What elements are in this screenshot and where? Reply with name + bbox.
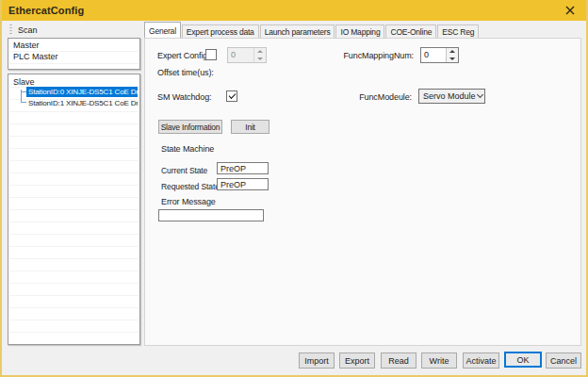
requested-state-field[interactable]: PreOP	[217, 178, 269, 190]
activate-button[interactable]: Activate	[463, 352, 499, 369]
expert-config-checkbox[interactable]	[205, 49, 217, 60]
ok-button[interactable]: OK	[504, 352, 542, 368]
slave-tree-header: Slave	[8, 74, 139, 87]
spinner-up-icon[interactable]	[447, 48, 458, 56]
sm-watchdog-checkbox[interactable]	[226, 90, 237, 102]
tab-launch-parameters[interactable]: Launch parameters	[260, 25, 335, 38]
func-mapping-num-label: FuncMappingNum:	[343, 51, 414, 60]
read-button[interactable]: Read	[381, 352, 416, 369]
current-state-label: Current State	[161, 166, 207, 175]
slave-tree: Slave StationID:0 XINJE-DS5C1 CoE Drive …	[8, 74, 140, 345]
tree-item-station-1[interactable]: StationID:1 XINJE-DS5C1 CoE Drive Re...	[26, 98, 138, 108]
scan-label: Scan	[18, 25, 38, 35]
cancel-button[interactable]: Cancel	[546, 352, 581, 369]
func-mapping-num-spinner[interactable]: 0	[420, 47, 459, 63]
error-message-field[interactable]	[158, 209, 264, 221]
expert-config-label: Expert Config:	[157, 51, 210, 60]
current-state-field[interactable]: PreOP	[217, 162, 269, 174]
error-message-label: Error Message	[161, 197, 216, 206]
titlebar: EthercatConfig	[2, 0, 586, 21]
tab-expert-process-data[interactable]: Expert process data	[182, 25, 259, 38]
tree-connector	[21, 90, 22, 102]
toolstrip-grip-icon[interactable]	[9, 25, 12, 35]
tree-item-station-0[interactable]: StationID:0 XINJE-DS5C1 CoE Drive Re...	[26, 87, 138, 97]
tab-coe-online[interactable]: COE-Online	[385, 25, 436, 38]
requested-state-label: Requested State	[161, 182, 220, 191]
spinner-down-icon[interactable]	[254, 56, 266, 63]
export-button[interactable]: Export	[339, 352, 375, 369]
spinner-up-icon[interactable]	[254, 48, 266, 56]
state-machine-title: State Machine	[161, 144, 214, 154]
row-separators	[9, 75, 139, 343]
master-list: Master PLC Master	[8, 38, 140, 70]
func-module-dropdown[interactable]: Servo Module	[418, 89, 485, 104]
offset-time-label: Offset time(us):	[157, 68, 214, 77]
chevron-down-icon	[476, 95, 484, 97]
init-button[interactable]: Init	[231, 120, 270, 134]
ethercat-config-window: EthercatConfig Scan Master PLC Master Sl…	[0, 0, 588, 377]
tabpage-general: Expert Config: 0 FuncMappingNum: 0 Offse…	[144, 38, 581, 346]
expert-config-spinner[interactable]: 0	[227, 47, 267, 63]
sm-watchdog-label: SM Watchdog:	[157, 92, 212, 102]
tab-general[interactable]: General	[144, 22, 181, 38]
list-item-plc-master[interactable]: PLC Master	[8, 50, 139, 61]
close-icon	[565, 6, 575, 15]
scan-toolbar: Scan	[8, 23, 140, 37]
tab-io-mapping[interactable]: IO Mapping	[335, 25, 384, 38]
import-button[interactable]: Import	[299, 352, 335, 369]
tab-strip: General Expert process data Launch param…	[144, 22, 480, 38]
list-item-master[interactable]: Master	[8, 39, 139, 50]
func-module-label: FuncModeule:	[359, 92, 412, 102]
tab-esc-reg[interactable]: ESC Reg	[437, 25, 479, 38]
spinner-down-icon[interactable]	[447, 56, 458, 63]
window-title: EthercatConfig	[8, 5, 84, 16]
close-button[interactable]	[562, 3, 579, 18]
write-button[interactable]: Write	[421, 352, 457, 369]
slave-information-button[interactable]: Slave Information	[158, 120, 222, 134]
